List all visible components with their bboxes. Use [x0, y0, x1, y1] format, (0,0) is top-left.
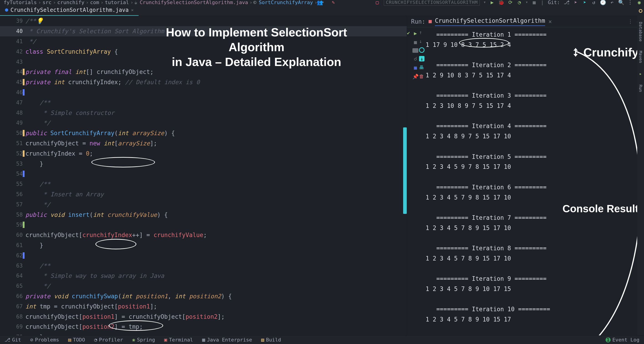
- screenshot-icon[interactable]: [412, 48, 418, 53]
- gutter-line-number[interactable]: 39: [0, 16, 26, 26]
- code-area[interactable]: /**💡 * Crunchify's Selection Sort Algori…: [26, 16, 407, 335]
- more-icon[interactable]: ⋮: [628, 19, 633, 24]
- dropdown-icon[interactable]: ▼: [526, 1, 528, 4]
- status-java[interactable]: ▦Java Enterprise: [202, 337, 252, 343]
- edit-icon[interactable]: ✎: [331, 0, 336, 5]
- coverage-icon[interactable]: ⟳: [508, 0, 513, 5]
- status-build[interactable]: ▧Build: [261, 337, 281, 343]
- gutter-line-number[interactable]: 40: [0, 26, 26, 36]
- gutter-line-number[interactable]: 59: [0, 220, 26, 230]
- code-line[interactable]: }: [26, 240, 407, 251]
- code-line[interactable]: }: [26, 332, 407, 335]
- code-line[interactable]: */: [26, 199, 407, 210]
- code-line[interactable]: private final int[] crunchifyObject;: [26, 67, 407, 77]
- code-line[interactable]: crunchifyIndex = 0;: [26, 148, 407, 158]
- code-line[interactable]: crunchifyObject[position1] = crunchifyOb…: [26, 311, 407, 322]
- status-git[interactable]: ⎇Git: [4, 337, 21, 343]
- gutter-line-number[interactable]: 41: [0, 36, 26, 47]
- gutter-line-number[interactable]: 48: [0, 108, 26, 118]
- settings-icon[interactable]: ⋮: [628, 0, 633, 5]
- code-line[interactable]: /**💡: [26, 16, 407, 26]
- status-terminal[interactable]: ▣Terminal: [164, 337, 193, 343]
- code-line[interactable]: int tmp = crunchifyObject[position1];: [26, 301, 407, 311]
- status-profiler[interactable]: ◔Profiler: [94, 337, 123, 343]
- gutter-line-number[interactable]: 66: [0, 291, 26, 301]
- profile-icon[interactable]: ◔: [517, 0, 522, 5]
- code-line[interactable]: [26, 57, 407, 67]
- code-line[interactable]: crunchifyObject = new int[arraySize];: [26, 138, 407, 148]
- gutter-line-number[interactable]: 60: [0, 230, 26, 240]
- code-line[interactable]: [26, 220, 407, 230]
- rerun-icon[interactable]: ▶: [414, 31, 417, 36]
- gutter-line-number[interactable]: 67: [0, 301, 26, 311]
- gutter-line-number[interactable]: 45: [0, 77, 26, 87]
- breadcrumb-class[interactable]: SortCrunchifyArray: [259, 0, 313, 5]
- code-line[interactable]: class SortCrunchifyArray {: [26, 46, 407, 57]
- code-line[interactable]: * Insert an Array: [26, 189, 407, 200]
- code-line[interactable]: public SortCrunchifyArray(int arraySize)…: [26, 128, 407, 138]
- code-line[interactable]: */: [26, 281, 407, 291]
- run-indicator-icon[interactable]: ▶: [640, 72, 642, 76]
- push-icon[interactable]: ➤: [582, 0, 587, 5]
- database-icon[interactable]: [639, 9, 642, 13]
- stop-icon[interactable]: ■: [414, 39, 417, 45]
- code-line[interactable]: /**: [26, 260, 407, 271]
- status-problems[interactable]: ⊘Problems: [30, 337, 59, 343]
- code-line[interactable]: [26, 250, 407, 260]
- gutter-line-number[interactable]: 55: [0, 179, 26, 189]
- gutter-line-number[interactable]: 65: [0, 281, 26, 291]
- dropdown-icon[interactable]: ▼: [484, 1, 486, 4]
- gutter-line-number[interactable]: 51: [0, 138, 26, 148]
- code-line[interactable]: private int crunchifyIndex; // Default i…: [26, 77, 407, 87]
- code-line[interactable]: [26, 169, 407, 179]
- commit-icon[interactable]: ➤: [573, 0, 578, 5]
- gutter-line-number[interactable]: 53: [0, 158, 26, 169]
- gutter-line-number[interactable]: 52: [0, 148, 26, 158]
- code-line[interactable]: private void crunchifySwap(int position1…: [26, 291, 407, 301]
- editor-pane[interactable]: 3940414243444546474849505152535455565758…: [0, 16, 407, 335]
- search-icon[interactable]: 🔍: [618, 0, 624, 5]
- attach-icon[interactable]: ☌: [414, 56, 417, 62]
- gutter-line-number[interactable]: 68: [0, 311, 26, 322]
- gutter-line-number[interactable]: 50: [0, 128, 26, 138]
- maven-tab[interactable]: Maven: [638, 51, 643, 63]
- gutter-line-number[interactable]: 56: [0, 189, 26, 200]
- scrollbar-thumb[interactable]: [403, 127, 407, 214]
- close-icon[interactable]: ×: [548, 18, 552, 25]
- run-tab-title[interactable]: CrunchifySelectionSortAlgorithm: [435, 17, 545, 26]
- run-tab[interactable]: Run: [638, 85, 643, 92]
- debug-icon[interactable]: 🐞: [499, 0, 504, 5]
- run-icon[interactable]: ▶: [490, 0, 495, 5]
- database-tab[interactable]: Database: [638, 22, 643, 42]
- update-icon[interactable]: ↺: [591, 0, 596, 5]
- gutter-line-number[interactable]: 61: [0, 240, 26, 251]
- gutter-line-number[interactable]: 47: [0, 97, 26, 108]
- history-icon[interactable]: 🕘: [600, 0, 605, 5]
- close-icon[interactable]: ×: [131, 7, 134, 13]
- gutter-line-number[interactable]: 63: [0, 260, 26, 271]
- breadcrumb-file[interactable]: CrunchifySelectionSortAlgorithm.java: [140, 0, 248, 5]
- code-line[interactable]: */: [26, 118, 407, 128]
- gutter-line-number[interactable]: 58: [0, 210, 26, 220]
- gutter-line-number[interactable]: 57: [0, 199, 26, 210]
- gutter-line-number[interactable]: 42: [0, 46, 26, 57]
- code-line[interactable]: /**: [26, 97, 407, 108]
- pin-icon[interactable]: 📌: [412, 74, 418, 79]
- code-line[interactable]: crunchifyObject[position2] = tmp;: [26, 322, 407, 332]
- console-output[interactable]: ========= Iteration 1 ========= 1 17 9 1…: [424, 27, 644, 335]
- dropdown-icon[interactable]: ▼: [322, 1, 324, 4]
- gutter-line-number[interactable]: 44: [0, 67, 26, 77]
- gutter-line-number[interactable]: 62: [0, 250, 26, 260]
- code-line[interactable]: * Simple way to swap array in Java: [26, 271, 407, 281]
- rollback-icon[interactable]: ↶: [610, 0, 614, 5]
- run-config-dropdown[interactable]: CRUNCHIFYSELECTIONSORTALGORITHM: [384, 0, 480, 6]
- status-event-log[interactable]: 1Event Log: [606, 337, 640, 343]
- gutter-line-number[interactable]: 43: [0, 57, 26, 67]
- gutter-line-number[interactable]: 69: [0, 322, 26, 332]
- code-line[interactable]: public void insert(int crunchifyValue) {: [26, 210, 407, 220]
- gutter-line-number[interactable]: 64: [0, 271, 26, 281]
- editor-tab-active[interactable]: CrunchifySelectionSortAlgorithm.java ×: [0, 5, 138, 16]
- gutter-line-number[interactable]: 54: [0, 169, 26, 179]
- gutter-line-number[interactable]: 70: [0, 332, 26, 335]
- gutter-line-number[interactable]: 46: [0, 87, 26, 98]
